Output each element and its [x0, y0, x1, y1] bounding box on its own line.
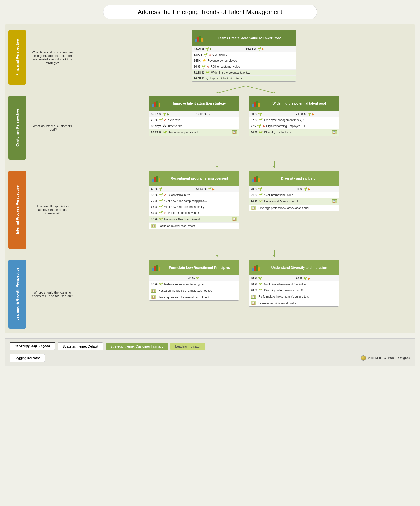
doc-icon-2: 📋 — [332, 130, 337, 134]
card-metrics-ud: 80 % 🌱 70 % 🌱 ▶ — [249, 275, 339, 281]
svg-rect-10 — [156, 101, 158, 107]
svg-rect-39 — [258, 267, 260, 271]
connector-svg-3 — [186, 250, 305, 257]
metric-icon-2: 🌱 — [258, 47, 261, 50]
card-item-widening: 71.88 % 🌱 Widening the potential talent… — [192, 70, 296, 76]
card-item-perf: 42 % 🌱 ⊘ Performance of new hires — [149, 210, 239, 216]
metric-cell-2: 56.94 % 🌱 ▶ — [244, 46, 296, 52]
card-diversity-inclusion: Diversity and inclusion 70 % 🌱 60 % 🌱 ▶ — [249, 171, 339, 212]
svg-rect-23 — [159, 178, 160, 182]
learning-perspective-question: Where should the learning efforts of HR … — [29, 260, 76, 328]
card-item-intl-hires: 21 % 🌱 % of international hires — [249, 192, 339, 198]
svg-rect-3 — [201, 38, 203, 42]
bar-chart-icon-5 — [252, 175, 260, 182]
legend-bar: Strategy map legend Strategic theme: Def… — [5, 338, 415, 366]
item-val-roi: 20 % — [194, 65, 200, 68]
item-label-cost: Cost to hire — [213, 53, 294, 56]
legend-lagging-indicator: Lagging indicator — [10, 354, 45, 362]
powered-by-text: POWERED BY BSC Designer — [368, 356, 410, 360]
item-label-widening: Widening the potential talent… — [211, 71, 294, 74]
card-metrics-top-widening: 60 % 🌱 71.88 % 🌱 ▶ — [249, 111, 339, 117]
card-header-di: Diversity and inclusion — [249, 171, 339, 186]
card-item-learn-recruit: 📋 Learn to recruit internationally — [249, 300, 339, 306]
card-recruitment-programs: Recruitment programs improvement 40 % 🌱 … — [149, 171, 239, 229]
doc-icon-8: 📋 — [151, 295, 156, 299]
card-metrics-rp: 40 % 🌱 59.67 % 🌱 ▶ — [149, 186, 239, 192]
item-val-cost: 3.8K $ — [194, 53, 202, 56]
card-understand-diversity: Understand Diversity and Inclusion 80 % … — [249, 260, 339, 307]
svg-rect-36 — [252, 268, 254, 271]
financial-perspective-row: Financial Perspective What financial out… — [8, 28, 412, 85]
card-widening-pool: Widening the potential talent pool 60 % … — [249, 96, 339, 136]
card-title-improve: Improve talent attraction strategy — [163, 101, 236, 106]
item-label-roi: ROI for customer value — [211, 65, 294, 68]
bar-chart-icon-7 — [252, 264, 260, 272]
learning-perspective-label: Learning & Growth Perspective — [8, 260, 26, 328]
legend-strategic-default: Strategic theme: Default — [58, 342, 103, 350]
svg-rect-15 — [258, 103, 260, 107]
svg-rect-37 — [254, 266, 256, 271]
card-metrics-di: 70 % 🌱 60 % 🌱 ▶ — [249, 186, 339, 192]
svg-rect-14 — [256, 101, 258, 107]
svg-rect-25 — [254, 177, 256, 182]
card-item-roi: 20 % 🌱 ⊘ ROI for customer value — [192, 64, 296, 70]
svg-rect-9 — [154, 102, 156, 107]
metric-cell-1: 43.96 % 🌱 ▶ — [192, 46, 244, 52]
metric-val-1: 43.96 % — [194, 47, 204, 50]
doc-icon-9: 📋 — [251, 294, 256, 299]
connector-cust-int — [80, 161, 412, 168]
metric-val-2: 56.94 % — [246, 47, 257, 50]
customer-cards-area: Improve talent attraction strategy 59.67… — [76, 96, 412, 160]
card-item-cost: 3.8K $ 🌱 ⊘ Cost to hire — [192, 52, 296, 58]
metric-cell-improve-1: 59.67 % 🌱 ▶ — [149, 111, 194, 117]
card-item-time: 85 days ⏱ Time to hire — [149, 123, 239, 129]
card-improve-talent: Improve talent attraction strategy 59.67… — [149, 96, 239, 136]
card-title-teams: Teams Create More Value at Lower Cost — [206, 36, 293, 40]
svg-rect-12 — [252, 104, 254, 107]
card-item-ref-training: 45 % 🌱 Referral recruitment training pe… — [149, 281, 239, 287]
svg-marker-18 — [216, 166, 219, 168]
metric-cell-fr-1: 45 % 🌱 — [149, 275, 239, 281]
card-formulate-recruitment: Formulate New Recruitment Principles 45 … — [149, 260, 239, 301]
bar-chart-icon-4 — [152, 175, 161, 182]
strategy-map: Financial Perspective What financial out… — [5, 24, 415, 333]
card-header-teams: Teams Create More Value at Lower Cost — [192, 30, 296, 46]
financial-perspective-label: Financial Perspective — [8, 30, 26, 85]
internal-perspective-label: Internal Process Perspective — [8, 171, 26, 249]
metric-cell-rp-1: 40 % 🌱 — [149, 186, 194, 192]
item-label-improve: Improve talent attraction strat… — [210, 77, 294, 80]
page-container: Address the Emerging Trends of Talent Ma… — [5, 5, 415, 366]
card-item-understand-di: 70 % 🌱 Understand Diversity and In… 📋 — [249, 198, 339, 205]
metric-cell-widening-2: 71.88 % 🌱 ▶ — [294, 111, 339, 117]
card-title-di: Diversity and inclusion — [263, 176, 336, 180]
card-metrics-top-improve: 59.67 % 🌱 ▶ 16.05 % ↘ — [149, 111, 239, 117]
card-item-focus-referral: 📋 Focus on referral recruitment — [149, 223, 239, 229]
doc-icon-4: 📋 — [151, 224, 156, 228]
card-title-ud: Understand Diversity and Inclusion — [263, 266, 336, 270]
powered-by: POWERED BY BSC Designer — [361, 355, 410, 361]
card-item-referral: 35 % 🌱 ⊘ % of referral hires — [149, 192, 239, 198]
svg-rect-27 — [258, 178, 260, 182]
metric-cell-widening-1: 60 % 🌱 — [249, 111, 294, 117]
card-item-leverage: 📋 Leverage professional associations and… — [249, 205, 339, 211]
item-label-revenue: Revenue per employee — [207, 59, 294, 62]
card-item-diversity-aware: 80 % 🌱 % of diversity-aware HR activitie… — [249, 281, 339, 287]
financial-cards-area: Teams Create More Value at Lower Cost 43… — [76, 30, 412, 85]
card-teams-create-value: Teams Create More Value at Lower Cost 43… — [192, 30, 296, 82]
svg-rect-26 — [256, 176, 258, 182]
card-header-ud: Understand Diversity and Inclusion — [249, 260, 339, 275]
powered-circle-icon — [361, 355, 366, 361]
svg-line-4 — [217, 86, 246, 93]
item-icon-widening: 🌱 — [206, 71, 210, 74]
card-item-revenue: 245K ⚡ Revenue per employee — [192, 58, 296, 64]
doc-icon-10: 📋 — [251, 301, 256, 305]
connector-fin-cust — [80, 86, 412, 93]
legend-strategy-map: Strategy map legend — [10, 342, 55, 350]
internal-perspective-row: Internal Process Perspective How can HR … — [8, 168, 412, 249]
legend-leading-indicator: Leading indicator — [170, 343, 205, 350]
item-val-improve: 16.05 % — [194, 77, 204, 80]
metric-cell-di-2: 60 % 🌱 ▶ — [294, 186, 339, 192]
svg-rect-22 — [156, 176, 158, 182]
svg-line-5 — [246, 86, 274, 93]
card-item-improve: 16.05 % ↘ Improve talent attraction stra… — [192, 76, 296, 81]
